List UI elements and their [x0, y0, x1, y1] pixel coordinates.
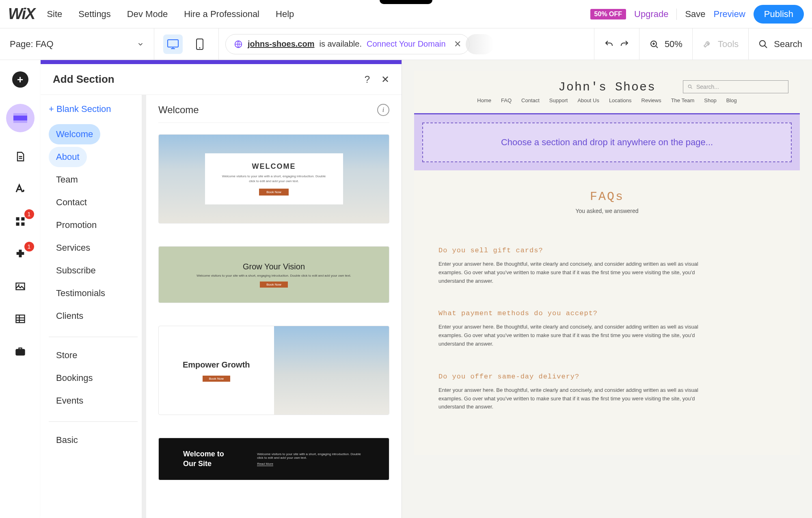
- add-button[interactable]: +: [12, 71, 28, 88]
- svg-rect-7: [21, 217, 24, 221]
- template-4-btn: Read More: [257, 462, 273, 466]
- nav-reviews[interactable]: Reviews: [641, 97, 661, 103]
- tools-button[interactable]: Tools: [692, 28, 748, 60]
- faq-question-2[interactable]: What payment methods do you accept?: [438, 310, 775, 317]
- briefcase-icon: [15, 346, 26, 357]
- category-promotion[interactable]: Promotion: [49, 215, 104, 235]
- mobile-view-button[interactable]: [190, 34, 209, 54]
- addons-badge: 1: [24, 242, 34, 251]
- close-panel-icon[interactable]: ✕: [381, 74, 389, 85]
- zoom-control[interactable]: 50%: [639, 28, 692, 60]
- nav-home[interactable]: Home: [477, 97, 491, 103]
- faq-answer-3[interactable]: Enter your answer here. Be thoughtful, w…: [438, 386, 706, 411]
- pages-button[interactable]: [12, 148, 28, 165]
- template-2-btn: Book Now: [260, 282, 287, 288]
- category-team[interactable]: Team: [49, 170, 85, 190]
- sub-bar-right: 50% Tools Search: [594, 28, 812, 60]
- template-card-2[interactable]: Grow Your Vision Welcome visitors to you…: [158, 246, 389, 303]
- sections-button[interactable]: [6, 104, 35, 132]
- search-button[interactable]: Search: [748, 28, 812, 60]
- template-2-title: Grow Your Vision: [243, 262, 305, 271]
- app-market-button[interactable]: 1: [12, 213, 28, 230]
- menu-dev-mode[interactable]: Dev Mode: [127, 9, 168, 19]
- faq-question-1[interactable]: Do you sell gift cards?: [438, 247, 775, 254]
- category-store[interactable]: Store: [49, 345, 85, 365]
- category-services[interactable]: Services: [49, 238, 97, 258]
- category-testimonials[interactable]: Testimonials: [49, 283, 112, 303]
- faq-answer-1[interactable]: Enter your answer here. Be thoughtful, w…: [438, 260, 706, 285]
- drop-zone[interactable]: Choose a section and drop it anywhere on…: [422, 123, 792, 162]
- svg-rect-13: [16, 349, 24, 355]
- nav-contact[interactable]: Contact: [521, 97, 540, 103]
- template-card-4[interactable]: Welcome to Our Site Welcome visitors to …: [158, 438, 389, 480]
- category-clients[interactable]: Clients: [49, 306, 91, 326]
- template-2-sub: Welcome visitors to your site with a sho…: [197, 274, 351, 277]
- nav-team[interactable]: The Team: [671, 97, 695, 103]
- addons-icon: [15, 248, 26, 260]
- category-about[interactable]: About: [49, 147, 87, 167]
- sections-icon: [13, 113, 27, 123]
- info-icon[interactable]: i: [377, 104, 389, 116]
- site-preview[interactable]: John's Shoes Search... Home FAQ Contact …: [414, 71, 800, 455]
- help-icon[interactable]: ?: [365, 74, 370, 85]
- page-selector[interactable]: Page: FAQ: [0, 28, 154, 60]
- template-heading: Welcome: [158, 104, 199, 116]
- svg-rect-0: [168, 40, 178, 47]
- site-search-placeholder: Search...: [696, 84, 719, 90]
- category-contact[interactable]: Contact: [49, 192, 94, 213]
- svg-rect-9: [21, 222, 24, 226]
- close-icon[interactable]: ✕: [454, 39, 461, 49]
- nav-shop[interactable]: Shop: [704, 97, 716, 103]
- addons-button[interactable]: 1: [12, 246, 28, 262]
- desktop-view-button[interactable]: [163, 34, 183, 54]
- connect-domain-link[interactable]: Connect Your Domain: [367, 39, 446, 49]
- publish-button[interactable]: Publish: [754, 5, 804, 24]
- category-bookings[interactable]: Bookings: [49, 368, 100, 388]
- category-divider: [49, 421, 138, 422]
- category-basic[interactable]: Basic: [49, 430, 85, 450]
- faq-answer-2[interactable]: Enter your answer here. Be thoughtful, w…: [438, 323, 706, 348]
- table-icon: [15, 313, 26, 325]
- category-subscribe[interactable]: Subscribe: [49, 260, 103, 281]
- design-button[interactable]: [12, 181, 28, 197]
- menu-hire[interactable]: Hire a Professional: [184, 9, 259, 19]
- category-events[interactable]: Events: [49, 391, 91, 411]
- menu-settings[interactable]: Settings: [78, 9, 111, 19]
- panel-title: Add Section: [53, 73, 114, 86]
- nav-support[interactable]: Support: [549, 97, 568, 103]
- business-button[interactable]: [12, 343, 28, 359]
- category-divider: [49, 337, 138, 337]
- undo-button[interactable]: [604, 39, 614, 49]
- template-card-1[interactable]: WELCOME Welcome visitors to your site wi…: [158, 134, 389, 224]
- media-button[interactable]: [12, 278, 28, 294]
- menu-site[interactable]: Site: [47, 9, 62, 19]
- wix-logo[interactable]: WiX: [8, 5, 35, 23]
- search-icon: [758, 39, 768, 49]
- divider: [676, 9, 677, 20]
- drop-zone-wrap: Choose a section and drop it anywhere on…: [414, 113, 800, 170]
- domain-available-text: is available.: [319, 39, 362, 49]
- blank-section-button[interactable]: + Blank Section: [49, 104, 138, 114]
- left-icon-rail: + 1 1: [0, 60, 41, 518]
- search-icon: [687, 84, 693, 90]
- faq-question-3[interactable]: Do you offer same-day delivery?: [438, 373, 775, 380]
- template-card-3[interactable]: Empower Growth Book Now: [158, 326, 389, 415]
- nav-locations[interactable]: Locations: [609, 97, 632, 103]
- nav-blog[interactable]: Blog: [726, 97, 737, 103]
- content-manager-button[interactable]: [12, 311, 28, 327]
- panel-header: Add Section ? ✕: [41, 64, 402, 95]
- nav-faq[interactable]: FAQ: [501, 97, 512, 103]
- domain-banner-fade: [466, 34, 494, 54]
- preview-button[interactable]: Preview: [714, 9, 745, 19]
- category-welcome[interactable]: Welcome: [49, 124, 100, 144]
- apps-icon: [15, 216, 26, 227]
- menu-help[interactable]: Help: [276, 9, 294, 19]
- site-search-input[interactable]: Search...: [683, 80, 788, 93]
- save-button[interactable]: Save: [685, 9, 705, 19]
- domain-name[interactable]: johns-shoes.com: [248, 39, 314, 49]
- zoom-icon: [649, 39, 659, 49]
- upgrade-link[interactable]: Upgrade: [634, 9, 668, 19]
- nav-about[interactable]: About Us: [577, 97, 599, 103]
- redo-button[interactable]: [620, 39, 629, 49]
- top-bar: WiX Site Settings Dev Mode Hire a Profes…: [0, 0, 812, 28]
